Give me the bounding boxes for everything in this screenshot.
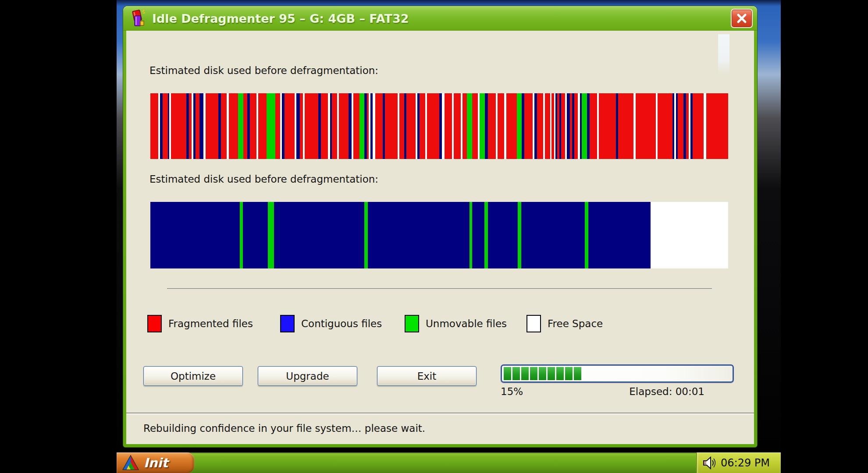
close-button[interactable] [731, 9, 753, 28]
disk-map-before [150, 93, 728, 159]
legend-free-space-swatch [526, 315, 541, 332]
disk-segment [454, 93, 461, 159]
progress-block [548, 367, 555, 380]
disk-segment [420, 93, 425, 159]
disk-segment [321, 93, 328, 159]
disk-segment [364, 202, 368, 268]
progress-group: 15% Elapsed: 00:01 [501, 364, 734, 397]
system-tray[interactable]: 06:29 PM [696, 452, 781, 473]
disk-segment [375, 93, 383, 159]
disk-segment [171, 93, 186, 159]
disk-segment [163, 93, 168, 159]
start-logo-icon [122, 455, 139, 471]
elapsed-time: Elapsed: 00:01 [629, 386, 734, 397]
legend-unmovable-label: Unmovable files [426, 318, 507, 329]
disk-segment [582, 93, 587, 159]
start-button-label: Init [144, 455, 168, 470]
disk-segment [484, 202, 488, 268]
disk-segment [618, 93, 633, 159]
optimize-button[interactable]: Optimize [143, 366, 243, 386]
disk-segment [551, 93, 555, 159]
exit-button[interactable]: Exit [377, 366, 477, 386]
disk-segment [472, 93, 478, 159]
disk-segment [353, 93, 360, 159]
disk-map-after [150, 202, 728, 268]
disk-segment [296, 93, 300, 159]
disk-segment [636, 93, 656, 159]
scrollbar-ghost [718, 34, 729, 74]
status-divider [126, 413, 754, 414]
legend-contiguous: Contiguous files [280, 314, 382, 333]
title-bar[interactable]: Idle Defragmenter 95 – G: 4GB – FAT32 [123, 6, 757, 31]
disk-segment [498, 93, 504, 159]
desktop-background: Idle Defragmenter 95 – G: 4GB – FAT32 Es… [117, 0, 781, 473]
progress-percent: 15% [501, 386, 523, 397]
disk-segment [206, 93, 218, 159]
legend-divider [167, 288, 712, 289]
status-message: Rebuilding confidence in your file syste… [143, 423, 425, 434]
disk-segment [427, 93, 439, 159]
legend-fragmented-label: Fragmented files [168, 318, 253, 329]
taskbar-clock[interactable]: 06:29 PM [721, 457, 770, 469]
progress-block [574, 367, 581, 380]
disk-segment [521, 202, 585, 268]
disk-segment [693, 93, 704, 159]
disk-segment [221, 93, 227, 159]
close-icon [736, 13, 747, 24]
disk-segment [243, 202, 268, 268]
start-button[interactable]: Init [117, 452, 194, 473]
disk-segment [524, 93, 533, 159]
client-area: Estimated disk used before defragmentati… [126, 31, 754, 444]
disk-segment [359, 93, 364, 159]
speaker-icon[interactable] [702, 456, 717, 470]
disk-segment [472, 202, 484, 268]
disk-segment [462, 93, 467, 159]
disk-segment [545, 93, 550, 159]
defrag-app-icon [129, 9, 147, 28]
progress-block [565, 367, 573, 380]
disk-segment [332, 93, 337, 159]
disk-segment [588, 202, 651, 268]
disk-segment [275, 93, 281, 159]
disk-segment [150, 93, 158, 159]
disk-segment [506, 93, 517, 159]
disk-segment [585, 202, 588, 268]
disk-segment [406, 93, 416, 159]
disk-segment [186, 93, 189, 159]
disk-segment [399, 93, 404, 159]
disk-segment [150, 202, 240, 268]
disk-segment [518, 202, 521, 268]
legend-free-space-label: Free Space [548, 318, 603, 329]
disk-segment [268, 202, 274, 268]
disk-segment [339, 93, 349, 159]
app-window: Idle Defragmenter 95 – G: 4GB – FAT32 Es… [123, 6, 758, 448]
window-title: Idle Defragmenter 95 – G: 4GB – FAT32 [152, 12, 731, 25]
disk-segment [305, 93, 319, 159]
disk-segment [567, 93, 570, 159]
disk-segment [300, 93, 303, 159]
disk-segment [285, 93, 295, 159]
legend-unmovable: Unmovable files [405, 314, 507, 333]
disk-segment [678, 93, 683, 159]
disk-segment [238, 93, 243, 159]
disk-segment [364, 93, 367, 159]
progress-block [530, 367, 537, 380]
legend-free-space: Free Space [526, 314, 603, 333]
legend-contiguous-swatch [280, 315, 295, 332]
disk-segment [267, 93, 275, 159]
defrag-progress-bar [501, 364, 734, 383]
upgrade-button[interactable]: Upgrade [258, 366, 357, 386]
legend-unmovable-swatch [405, 315, 419, 332]
disk-segment [445, 93, 452, 159]
disk-segment [517, 93, 522, 159]
disk-segment [250, 93, 257, 159]
disk-segment [196, 93, 199, 159]
disk-segment [258, 93, 266, 159]
disk-segment [686, 93, 689, 159]
disk-segment [561, 93, 565, 159]
progress-block [504, 367, 511, 380]
progress-block [539, 367, 546, 380]
legend-contiguous-label: Contiguous files [301, 318, 382, 329]
disk-segment [467, 93, 472, 159]
disk-segment [349, 93, 352, 159]
